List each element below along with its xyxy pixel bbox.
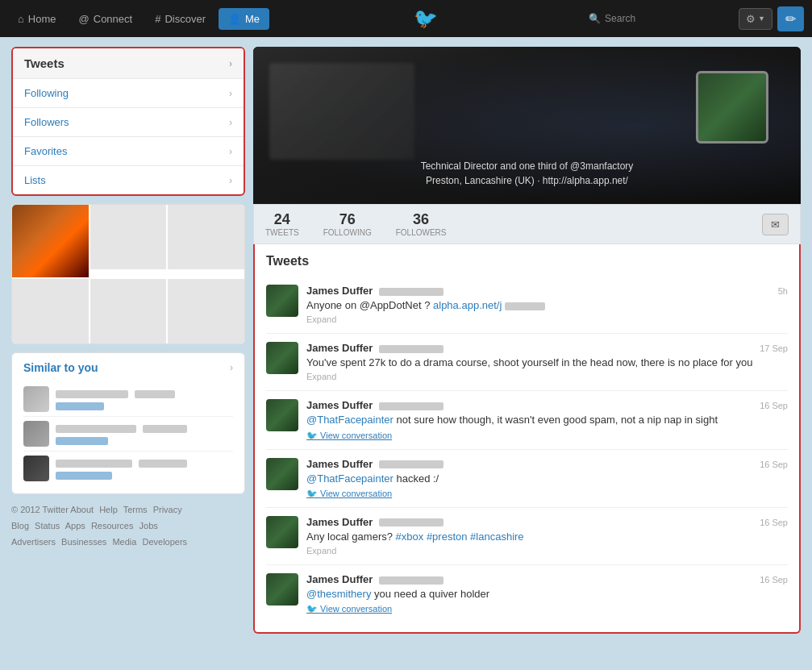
following-count: 76	[323, 211, 372, 228]
tweets-section: Tweets James Duffer 5h Anyone on @AppDot…	[253, 244, 801, 634]
tweet-header-4: James Duffer 16 Sep	[306, 458, 788, 470]
sidebar-item-favorites[interactable]: Favorites ›	[13, 137, 244, 166]
twitter-logo: 🐦	[273, 7, 579, 30]
tweet-name-2: James Duffer	[306, 342, 373, 354]
tweet-text-4: @ThatFacepainter hacked :/	[306, 472, 788, 486]
tweets-label: Tweets	[24, 56, 65, 70]
conversation-icon-3: 🐦	[306, 431, 318, 440]
settings-button[interactable]: ⚙ ▼	[739, 8, 772, 30]
tweet-expand-2[interactable]: Expand	[306, 372, 336, 381]
tweet-name-1: James Duffer	[306, 285, 373, 297]
tweet-header-6: James Duffer 16 Sep	[306, 573, 788, 585]
sidebar-item-followers[interactable]: Followers ›	[13, 108, 244, 137]
view-conversation-6[interactable]: 🐦 View conversation	[306, 604, 788, 614]
similar-chevron-icon: ›	[230, 362, 233, 373]
sidebar: Tweets › Following › Followers › Favorit…	[11, 47, 245, 634]
tweet-avatar-3	[266, 399, 298, 431]
tweet-text-6: @thesmithery you need a quiver holder	[306, 587, 788, 601]
bio-line2: Preston, Lancashire (UK) · http://alpha.…	[253, 173, 801, 188]
similar-handle-2	[56, 434, 233, 446]
following-chevron-icon: ›	[229, 88, 232, 99]
nav-discover[interactable]: # Discover	[145, 8, 215, 30]
view-conversation-4[interactable]: 🐦 View conversation	[306, 489, 788, 499]
stat-tweets[interactable]: 24 TWEETS	[265, 211, 299, 237]
similar-item-2[interactable]	[23, 417, 233, 452]
similar-item-3[interactable]	[23, 452, 233, 485]
footer-blog[interactable]: Blog	[11, 521, 29, 531]
gear-icon: ⚙	[746, 13, 756, 25]
mention-thesmithery[interactable]: @thesmithery	[306, 588, 371, 600]
similar-item-1[interactable]	[23, 382, 233, 417]
mention-thatfacepainter-1[interactable]: @ThatFacepainter	[306, 414, 394, 426]
conversation-icon-4: 🐦	[306, 489, 318, 498]
tweets-chevron-icon: ›	[229, 58, 232, 69]
search-icon: 🔍	[589, 13, 601, 24]
footer-privacy[interactable]: Privacy	[153, 505, 182, 514]
tweet-5: James Duffer 16 Sep Any local gamers? #x…	[266, 508, 788, 565]
footer-help[interactable]: Help	[99, 505, 118, 514]
mention-thatfacepainter-2[interactable]: @ThatFacepainter	[306, 472, 394, 485]
photo-placeholder-3	[12, 279, 89, 343]
tweet-handle-blur-4	[379, 460, 443, 468]
tweet-expand-5[interactable]: Expand	[306, 546, 336, 556]
photo-placeholder-5	[168, 279, 244, 343]
tweet-time-1: 5h	[778, 286, 788, 296]
message-button[interactable]: ✉	[762, 214, 789, 235]
nav-connect[interactable]: @ Connect	[69, 8, 143, 30]
hashtag-xbox[interactable]: #xbox	[396, 531, 424, 543]
photo-main[interactable]	[12, 205, 89, 277]
footer-media[interactable]: Media	[112, 537, 136, 547]
footer-jobs[interactable]: Jobs	[139, 521, 158, 531]
nav-me-label: Me	[245, 13, 260, 25]
footer-advertisers[interactable]: Advertisers	[11, 537, 56, 547]
similar-info-1	[56, 387, 233, 411]
hashtag-preston[interactable]: #preston	[427, 531, 468, 543]
main-container: Tweets › Following › Followers › Favorit…	[0, 37, 812, 643]
sidebar-item-lists[interactable]: Lists ›	[13, 166, 244, 194]
tweet-time-5: 16 Sep	[760, 518, 788, 527]
footer-businesses[interactable]: Businesses	[61, 537, 106, 547]
hashtag-lancashire[interactable]: #lancashire	[470, 531, 524, 543]
tweet-handle-blur-5	[379, 518, 443, 526]
footer-status[interactable]: Status	[35, 521, 60, 531]
tweet-header-3: James Duffer 16 Sep	[306, 399, 788, 411]
tweet-avatar-2	[266, 342, 298, 374]
footer-about[interactable]: About	[70, 505, 94, 514]
nav-home[interactable]: ⌂ Home	[8, 8, 66, 30]
tweet-link-blur-1	[505, 302, 545, 310]
tweet-text-2: You've spent 27k to do a drama course, s…	[306, 356, 788, 370]
tweet-avatar-1	[266, 285, 298, 317]
similar-name-2	[56, 422, 233, 434]
blurred-name-3	[56, 460, 132, 468]
nav-home-label: Home	[28, 13, 56, 25]
tweet-avatar-4	[266, 458, 298, 490]
cover-blur-people	[269, 63, 414, 160]
blurred-handle-1	[135, 390, 175, 398]
footer-apps[interactable]: Apps	[65, 521, 85, 531]
footer-developers[interactable]: Developers	[142, 537, 187, 547]
tweet-body-1: James Duffer 5h Anyone on @AppDotNet ? a…	[306, 285, 788, 325]
tweet-1: James Duffer 5h Anyone on @AppDotNet ? a…	[266, 277, 788, 334]
sidebar-item-tweets[interactable]: Tweets ›	[13, 48, 244, 79]
blurred-link-2	[56, 437, 108, 445]
view-conversation-3[interactable]: 🐦 View conversation	[306, 431, 788, 441]
compose-button[interactable]: ✏	[777, 6, 804, 31]
similar-header: Similar to you ›	[23, 361, 233, 374]
nav-connect-label: Connect	[94, 13, 132, 25]
similar-handle-3	[56, 468, 233, 481]
tweet-handle-blur-2	[379, 345, 443, 353]
tweet-body-3: James Duffer 16 Sep @ThatFacepainter not…	[306, 399, 788, 440]
tweet-text-3: @ThatFacepainter not sure how though, it…	[306, 413, 788, 427]
footer-resources[interactable]: Resources	[91, 521, 134, 531]
search-input[interactable]	[582, 9, 734, 28]
stat-followers[interactable]: 36 FOLLOWERS	[396, 211, 447, 237]
stat-following[interactable]: 76 FOLLOWING	[323, 211, 372, 237]
profile-bio: Technical Director and one third of @3ma…	[253, 159, 801, 188]
tweet-link-1[interactable]: alpha.app.net/j	[433, 299, 545, 311]
footer-terms[interactable]: Terms	[123, 505, 148, 514]
sidebar-item-following[interactable]: Following ›	[13, 79, 244, 108]
tweet-header-1: James Duffer 5h	[306, 285, 788, 297]
tweet-6: James Duffer 16 Sep @thesmithery you nee…	[266, 565, 788, 622]
nav-me[interactable]: 👤 Me	[219, 8, 269, 30]
tweet-expand-1[interactable]: Expand	[306, 314, 336, 324]
